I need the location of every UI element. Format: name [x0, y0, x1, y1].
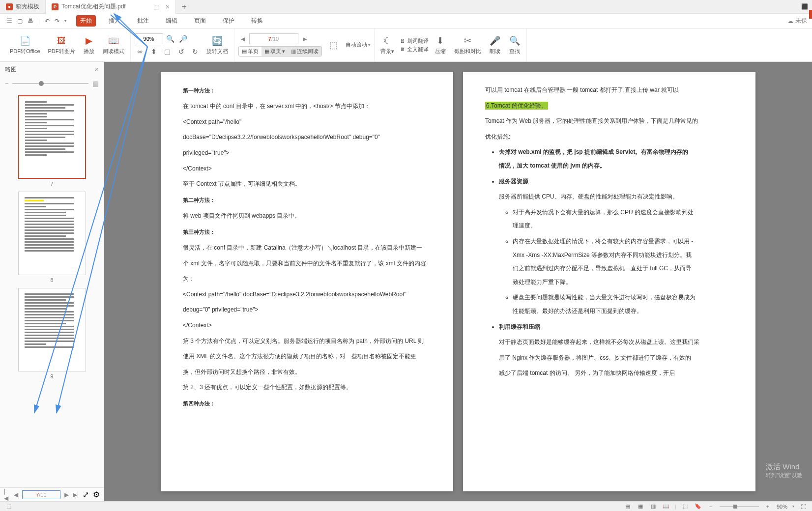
menu-start[interactable]: 开始: [76, 15, 96, 27]
expand-icon[interactable]: ⤢: [83, 490, 89, 499]
crop-icon: ✂: [462, 35, 473, 47]
zoom-slider[interactable]: [720, 506, 759, 507]
close-icon[interactable]: ×: [166, 3, 170, 11]
pdf-to-office-button[interactable]: 📄 PDF转Office: [8, 34, 42, 56]
read-aloud-button[interactable]: 🎤 朗读: [487, 34, 503, 56]
last-page-icon[interactable]: ▶|: [73, 491, 79, 498]
auto-scroll-button[interactable]: 自动滚动 ▾: [346, 41, 370, 49]
zoom-input[interactable]: [135, 33, 163, 44]
pdf-icon: P: [52, 3, 58, 10]
thumbnail-page-9[interactable]: 9: [18, 288, 86, 379]
view-mode-3-icon[interactable]: ▥: [649, 503, 657, 511]
compress-icon: ⬇: [435, 35, 446, 47]
continuous-read-button[interactable]: ▥ 连续阅读: [288, 47, 321, 56]
wps-icon: ●: [6, 3, 13, 10]
menu-edit[interactable]: 编辑: [162, 15, 181, 27]
next-page-icon[interactable]: ▶: [300, 33, 309, 44]
search-icon: 🔍: [509, 35, 521, 47]
app-indicator: ⬛: [801, 3, 812, 10]
thumbnail-page-8[interactable]: 8: [18, 192, 86, 283]
actual-size-icon[interactable]: ▢: [162, 46, 173, 57]
zoom-out-thumb-icon[interactable]: −: [5, 80, 8, 87]
find-button[interactable]: 🔍 查找: [507, 34, 522, 56]
zoom-out-icon[interactable]: 🔎: [178, 33, 189, 44]
rotate-right-icon[interactable]: ↻: [190, 46, 201, 57]
fit-width-icon[interactable]: ⬄: [135, 46, 145, 57]
double-page-button[interactable]: ▦ 双页▾: [261, 47, 288, 56]
rotate-icon: 🔄: [211, 35, 223, 47]
thumb-page-input[interactable]: 7/10: [22, 490, 60, 499]
word-translate-button[interactable]: 🗎 划词翻译: [400, 37, 429, 45]
bookmark-icon: ⬚: [328, 39, 340, 51]
thumb-slider[interactable]: [12, 83, 88, 84]
close-sidebar-icon[interactable]: ×: [95, 65, 99, 73]
redo-icon[interactable]: ↷: [55, 18, 59, 25]
sidebar-title: 略图: [5, 65, 17, 74]
view-mode-1-icon[interactable]: ▤: [624, 503, 632, 511]
document-area[interactable]: 第一种方法： 在 tomcat 中的 conf 目录中，在 server.xml…: [104, 62, 812, 501]
next-page-icon[interactable]: ▶: [64, 491, 69, 498]
page-8: 可以用 tomcat 在线后台管理器,一般 tomcat 都打开了,直接上传 w…: [463, 72, 755, 491]
save-status: 未保: [795, 17, 807, 25]
tab-label: Tomcat优化相关问题.pdf: [61, 2, 126, 11]
new-tab-button[interactable]: +: [176, 2, 192, 11]
background-button[interactable]: ☾ 背景▾: [378, 34, 396, 56]
first-page-icon[interactable]: |◀: [4, 488, 10, 502]
read-mode-button[interactable]: 📖 阅读模式: [101, 34, 126, 56]
prev-page-icon[interactable]: ◀: [238, 33, 247, 44]
page-input[interactable]: 7 /10: [249, 33, 298, 44]
float-icon[interactable]: ⬚: [153, 3, 159, 10]
crop-compare-button[interactable]: ✂ 截图和对比: [452, 34, 483, 56]
view-mode-4-icon[interactable]: 📖: [662, 503, 670, 511]
menu-page[interactable]: 页面: [190, 15, 210, 27]
bookmark-nav-button[interactable]: ⬚: [326, 38, 342, 52]
tab-label: 稻壳模板: [16, 2, 39, 11]
bookmark-icon[interactable]: 🔖: [694, 503, 702, 511]
mic-icon: 🎤: [489, 35, 501, 47]
tab-document[interactable]: P Tomcat优化相关问题.pdf ⬚ ×: [46, 0, 176, 14]
notification-badge: [809, 10, 812, 19]
grid-icon[interactable]: ▦: [92, 80, 99, 87]
quick-access-icon[interactable]: ⬚: [5, 503, 13, 511]
compress-button[interactable]: ⬇ 压缩: [433, 34, 448, 56]
play-button[interactable]: ▶ 播放: [81, 34, 97, 56]
prev-page-icon[interactable]: ◀: [14, 491, 18, 498]
menu-annotate[interactable]: 批注: [133, 15, 153, 27]
dropdown-icon[interactable]: ▾: [64, 19, 66, 23]
play-icon: ▶: [83, 35, 95, 47]
page-7: 第一种方法： 在 tomcat 中的 conf 目录中，在 server.xml…: [161, 72, 453, 491]
menu-icon[interactable]: ☰: [7, 18, 12, 25]
cloud-icon[interactable]: ☁: [787, 18, 793, 25]
print-icon[interactable]: 🖶: [28, 18, 33, 25]
convert-icon: 📄: [19, 35, 31, 47]
open-icon[interactable]: ▢: [17, 18, 23, 25]
fit-page-icon[interactable]: ⬍: [148, 46, 159, 57]
zoom-in-icon[interactable]: 🔍: [165, 33, 176, 44]
single-page-button[interactable]: ▤ 单页: [239, 47, 261, 56]
tab-templates[interactable]: ● 稻壳模板: [0, 0, 46, 14]
view-mode-2-icon[interactable]: ▦: [637, 503, 644, 511]
thumbnail-icon[interactable]: ⬚: [681, 503, 689, 511]
menu-protect[interactable]: 保护: [219, 15, 238, 27]
menu-convert[interactable]: 转换: [247, 15, 267, 27]
image-icon: 🖼: [56, 35, 67, 47]
settings-icon[interactable]: ⚙: [93, 490, 100, 499]
activation-watermark: 激活 Wind 转到"设置"以激: [766, 462, 802, 479]
thumbnail-page-7[interactable]: 7: [18, 95, 86, 187]
fullscreen-icon[interactable]: ⛶: [799, 503, 807, 511]
book-icon: 📖: [108, 35, 119, 47]
rotate-doc-button[interactable]: 🔄 旋转文档: [204, 34, 230, 56]
rotate-left-icon[interactable]: ↺: [176, 46, 187, 57]
undo-icon[interactable]: ↶: [45, 18, 50, 25]
zoom-minus-icon[interactable]: −: [707, 503, 715, 511]
moon-icon: ☾: [381, 35, 393, 47]
pdf-to-image-button[interactable]: 🖼 PDF转图片: [46, 34, 77, 56]
zoom-level[interactable]: 90%: [777, 504, 787, 510]
menu-insert[interactable]: 插入: [105, 15, 124, 27]
zoom-plus-icon[interactable]: +: [764, 503, 772, 511]
divider: |: [38, 18, 40, 25]
full-translate-button[interactable]: 🗎 全文翻译: [400, 46, 429, 53]
